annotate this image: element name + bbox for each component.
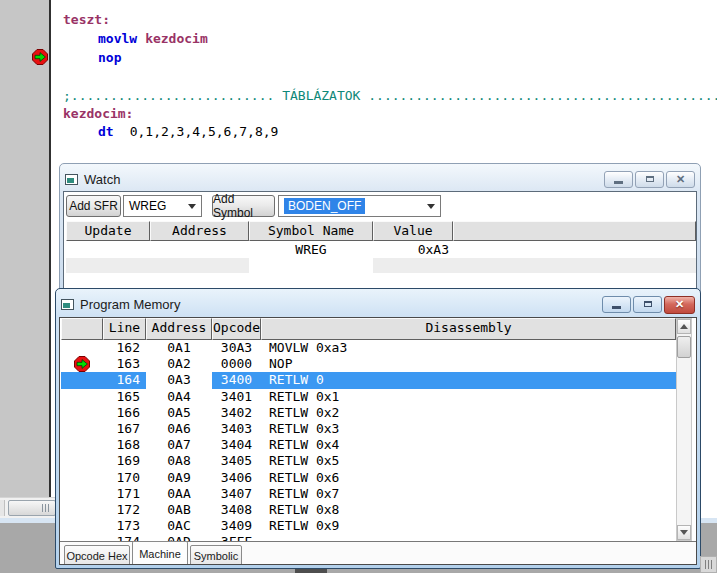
pm-cell-address: 0A2 — [146, 356, 212, 372]
pm-row-line-163[interactable]: 1630A20000NOP — [61, 356, 676, 372]
window-icon — [65, 174, 78, 185]
pm-row-line-172[interactable]: 1720AB3408RETLW 0x8 — [61, 502, 676, 518]
scrollbar-thumb[interactable] — [677, 336, 691, 358]
pm-column-header[interactable]: Disassembly — [261, 318, 676, 340]
watch-empty-row[interactable] — [66, 258, 696, 273]
pm-row-line-170[interactable]: 1700A93406RETLW 0x6 — [61, 470, 676, 486]
chevron-down-icon — [427, 204, 435, 209]
scroll-down-button[interactable] — [677, 525, 691, 540]
close-button[interactable]: ✕ — [666, 171, 695, 188]
pm-cell-address: 0AB — [146, 502, 212, 518]
pm-breakpoint-cell[interactable] — [61, 453, 103, 469]
program-memory-window-title: Program Memory — [80, 297, 180, 312]
code-label: kezdocim: — [63, 106, 133, 121]
pm-breakpoint-cell[interactable] — [61, 389, 103, 405]
pm-breakpoint-cell[interactable] — [61, 486, 103, 502]
editor-horizontal-scrollbar[interactable] — [0, 497, 56, 518]
breakpoint-icon[interactable] — [32, 49, 48, 65]
pm-breakpoint-cell[interactable] — [61, 340, 103, 356]
pm-breakpoint-cell[interactable] — [61, 372, 103, 388]
pm-row-line-164[interactable]: 1640A33400RETLW 0 — [61, 372, 676, 388]
pm-cell-line: 168 — [103, 437, 146, 453]
restore-button[interactable] — [633, 296, 662, 313]
pm-breakpoint-cell[interactable] — [61, 502, 103, 518]
program-memory-vertical-scrollbar[interactable] — [676, 318, 692, 541]
pm-breakpoint-cell[interactable] — [61, 421, 103, 437]
breakpoint-icon — [74, 356, 90, 372]
watch-column-header[interactable]: Address — [150, 221, 249, 241]
close-icon: ✕ — [676, 174, 685, 185]
scroll-left-button[interactable] — [0, 500, 5, 516]
pm-cell-disassembly: RETLW 0x9 — [261, 518, 676, 534]
pm-row-line-165[interactable]: 1650A43401RETLW 0x1 — [61, 389, 676, 405]
pm-breakpoint-cell[interactable] — [61, 356, 103, 372]
pm-row-line-162[interactable]: 1620A130A3MOVLW 0xa3 — [61, 340, 676, 356]
watch-toolbar: Add SFR WREG Add Symbol BODEN_OFF — [64, 192, 696, 221]
scrollbar-thumb[interactable] — [8, 500, 56, 516]
pm-cell-disassembly: RETLW 0x7 — [261, 486, 676, 502]
pm-cell-disassembly: NOP — [261, 356, 676, 372]
pm-breakpoint-cell[interactable] — [61, 470, 103, 486]
pm-cell-address: 0A9 — [146, 470, 212, 486]
watch-title-bar[interactable]: Watch ✕ — [63, 167, 697, 191]
pm-row-line-171[interactable]: 1710AA3407RETLW 0x7 — [61, 486, 676, 502]
window-icon — [61, 299, 74, 310]
pm-column-header[interactable]: Line — [103, 318, 146, 340]
scroll-up-button[interactable] — [677, 319, 691, 334]
watch-row[interactable]: WREG 0xA3 — [66, 241, 696, 258]
pm-breakpoint-cell[interactable] — [61, 405, 103, 421]
pm-breakpoint-cell[interactable] — [61, 518, 103, 534]
pm-cell-line: 173 — [103, 518, 146, 534]
pm-breakpoint-cell[interactable] — [61, 437, 103, 453]
pm-breakpoint-cell[interactable] — [61, 534, 103, 541]
tab-opcode-hex[interactable]: Opcode Hex — [64, 545, 130, 565]
tab-symbolic[interactable]: Symbolic — [190, 545, 242, 565]
minimize-button[interactable] — [604, 171, 633, 188]
pm-cell-line: 174 — [103, 534, 146, 541]
pm-row-line-169[interactable]: 1690A83405RETLW 0x5 — [61, 453, 676, 469]
pm-cell-line: 165 — [103, 389, 146, 405]
pm-cell-line: 170 — [103, 470, 146, 486]
pm-cell-disassembly: RETLW 0x8 — [261, 502, 676, 518]
add-symbol-button[interactable]: Add Symbol — [212, 195, 275, 217]
pm-cell-address: 0A1 — [146, 340, 212, 356]
add-sfr-button[interactable]: Add SFR — [66, 195, 121, 217]
program-memory-header-row: LineAddressOpcodeDisassembly — [61, 318, 676, 340]
watch-column-header[interactable]: Symbol Name — [249, 221, 373, 241]
pm-row-line-168[interactable]: 1680A73404RETLW 0x4 — [61, 437, 676, 453]
pm-cell-opcode: 3403 — [212, 421, 261, 437]
background-scrollbar-grip[interactable] — [700, 556, 717, 573]
pm-column-header[interactable]: Opcode — [212, 318, 261, 340]
editor-breakpoint-gutter[interactable] — [0, 0, 51, 497]
sfr-combo[interactable]: WREG — [123, 195, 202, 217]
pm-row-line-174[interactable]: 1740AD3FFF — [61, 534, 676, 541]
pm-cell-opcode: 3407 — [212, 486, 261, 502]
pm-cell-line: 162 — [103, 340, 146, 356]
pm-row-line-167[interactable]: 1670A63403RETLW 0x3 — [61, 421, 676, 437]
symbol-combo[interactable]: BODEN_OFF — [278, 195, 441, 217]
pm-cell-disassembly: RETLW 0x1 — [261, 389, 676, 405]
restore-button[interactable] — [635, 171, 664, 188]
pm-cell-address: 0A5 — [146, 405, 212, 421]
program-memory-tab-bar: Opcode HexMachineSymbolic — [60, 541, 696, 565]
code-arguments: 0,1,2,3,4,5,6,7,8,9 — [130, 124, 279, 139]
tab-machine[interactable]: Machine — [132, 541, 188, 565]
pm-column-header[interactable]: Address — [146, 318, 212, 340]
close-button[interactable]: ✕ — [664, 296, 695, 314]
watch-column-header[interactable]: Update — [66, 221, 150, 241]
pm-row-line-166[interactable]: 1660A53402RETLW 0x2 — [61, 405, 676, 421]
pm-cell-line: 172 — [103, 502, 146, 518]
pm-cell-opcode: 0000 — [212, 356, 261, 372]
pm-row-line-173[interactable]: 1730AC3409RETLW 0x9 — [61, 518, 676, 534]
program-memory-rows: 1620A130A3MOVLW 0xa3 1630A20000NOP1640A3… — [61, 340, 676, 541]
symbol-combo-value: BODEN_OFF — [284, 198, 365, 214]
pm-cell-address: 0A8 — [146, 453, 212, 469]
pm-cell-disassembly: RETLW 0x2 — [261, 405, 676, 421]
minimize-button[interactable] — [602, 296, 631, 313]
code-operand: kezdocim — [145, 31, 208, 46]
watch-column-header[interactable]: Value — [373, 221, 453, 241]
watch-edit-cell[interactable] — [249, 258, 373, 273]
pm-cell-opcode: 3FFF — [212, 534, 261, 541]
program-memory-title-bar[interactable]: Program Memory ✕ — [59, 292, 697, 317]
code-keyword: movlw — [98, 31, 137, 46]
